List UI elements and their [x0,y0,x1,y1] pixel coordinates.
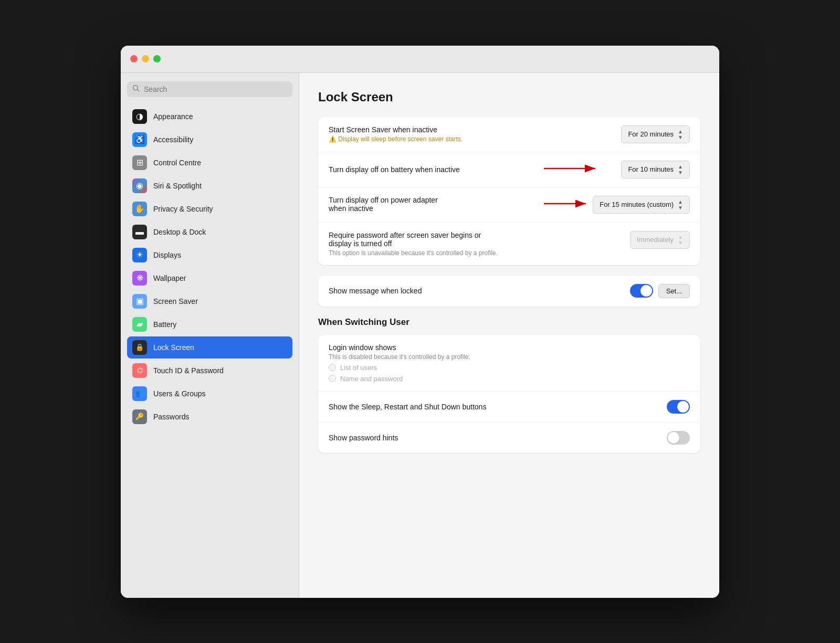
wallpaper-icon: ❋ [132,271,147,286]
password-hints-toggle[interactable] [667,431,690,445]
main-content: Lock Screen Start Screen Saver when inac… [299,73,719,598]
sidebar-item-screensaver[interactable]: ▣ Screen Saver [127,290,292,312]
screen-saver-value: For 20 minutes [628,130,674,138]
sidebar-item-desktop[interactable]: ▬ Desktop & Dock [127,221,292,243]
radio-label-list: List of users [340,364,377,372]
radio-list-of-users[interactable]: List of users [329,364,690,372]
login-window-row: Login window shows This is disabled beca… [318,335,700,392]
adapter-label: Turn display off on power adapter when i… [329,196,593,213]
radio-circle [329,364,336,371]
screen-saver-row-left: Start Screen Saver when inactive ⚠️ Disp… [329,125,621,143]
sidebar-item-controlcentre[interactable]: ⊞ Control Centre [127,152,292,174]
sleep-restart-control [667,400,690,414]
screen-saver-row: Start Screen Saver when inactive ⚠️ Disp… [318,117,700,152]
sidebar: ◑ Appearance ♿ Accessibility ⊞ Control C… [121,73,299,598]
show-message-left: Show message when locked [329,287,630,295]
show-message-toggle[interactable] [630,284,653,298]
show-message-row: Show message when locked Set... [318,276,700,307]
require-password-sublabel: This option is unavailable because it's … [329,249,630,257]
titlebar [121,46,719,73]
when-switching-section-title: When Switching User [318,317,700,328]
password-hints-toggle-knob [668,432,679,444]
battery-display-control: For 10 minutes ▲▼ [621,161,690,178]
set-button[interactable]: Set... [658,284,690,298]
require-password-stepper: Immediately ▲▼ [630,231,690,249]
battery-display-label: Turn display off on battery when inactiv… [329,165,621,174]
require-password-value: Immediately [637,236,674,244]
screen-saver-group: Start Screen Saver when inactive ⚠️ Disp… [318,117,700,265]
stepper-arrows-battery: ▲▼ [678,164,683,175]
sidebar-item-privacy[interactable]: ✋ Privacy & Security [127,198,292,220]
content-area: ◑ Appearance ♿ Accessibility ⊞ Control C… [121,73,719,598]
page-title: Lock Screen [318,90,700,104]
radio-label-name: Name and password [340,375,403,383]
sleep-restart-toggle[interactable] [667,400,690,414]
sleep-restart-toggle-knob [677,401,689,413]
minimize-button[interactable] [142,55,149,62]
sidebar-item-label: Passwords [153,413,189,421]
battery-display-value: For 10 minutes [628,165,674,173]
privacy-icon: ✋ [132,202,147,216]
sidebar-item-users[interactable]: 👥 Users & Groups [127,383,292,405]
sleep-restart-left: Show the Sleep, Restart and Shut Down bu… [329,403,667,411]
screen-saver-control: For 20 minutes ▲▼ [621,125,690,143]
show-message-control: Set... [630,284,690,298]
close-button[interactable] [130,55,138,62]
password-hints-label: Show password hints [329,434,667,442]
sidebar-item-label: Users & Groups [153,389,206,398]
login-window-left: Login window shows This is disabled beca… [329,343,690,383]
sidebar-item-label: Displays [153,251,181,259]
screen-saver-warning-text: Display will sleep before screen saver s… [338,135,463,143]
adapter-row-left: Turn display off on power adapter when i… [329,196,593,213]
radio-name-password[interactable]: Name and password [329,375,690,383]
sidebar-item-label: Privacy & Security [153,205,213,213]
appearance-icon: ◑ [132,109,147,124]
displays-icon: ☀ [132,248,147,262]
show-message-label: Show message when locked [329,287,630,295]
passwords-icon: 🔑 [132,409,147,424]
sidebar-item-label: Lock Screen [153,343,194,352]
battery-display-row: Turn display off on battery when inactiv… [318,152,700,187]
screen-saver-stepper[interactable]: For 20 minutes ▲▼ [621,125,690,143]
adapter-row: Turn display off on power adapter when i… [318,187,700,223]
password-hints-control [667,431,690,445]
sidebar-item-label: Wallpaper [153,274,186,282]
sidebar-item-appearance[interactable]: ◑ Appearance [127,106,292,128]
sidebar-item-label: Accessibility [153,135,193,144]
stepper-arrows-password: ▲▼ [678,234,683,246]
sidebar-item-accessibility[interactable]: ♿ Accessibility [127,129,292,151]
screen-saver-label: Start Screen Saver when inactive [329,125,621,134]
require-password-control: Immediately ▲▼ [630,231,690,249]
adapter-control: For 15 minutes (custom) ▲▼ [593,196,690,214]
battery-display-stepper[interactable]: For 10 minutes ▲▼ [621,161,690,178]
main-window: ◑ Appearance ♿ Accessibility ⊞ Control C… [121,46,719,598]
maximize-button[interactable] [153,55,161,62]
sidebar-item-passwords[interactable]: 🔑 Passwords [127,406,292,428]
when-switching-group: Login window shows This is disabled beca… [318,335,700,453]
sidebar-item-siri[interactable]: ◉ Siri & Spotlight [127,175,292,197]
search-input[interactable] [144,85,287,93]
sidebar-item-touchid[interactable]: ⌬ Touch ID & Password [127,360,292,382]
sidebar-item-wallpaper[interactable]: ❋ Wallpaper [127,267,292,289]
sidebar-item-displays[interactable]: ☀ Displays [127,244,292,266]
sidebar-item-label: Touch ID & Password [153,366,224,375]
radio-group: List of users Name and password [329,364,690,383]
show-message-group: Show message when locked Set... [318,276,700,307]
sidebar-item-lockscreen[interactable]: 🔒 Lock Screen [127,336,292,359]
svg-line-1 [138,89,140,91]
require-password-left: Require password after screen saver begi… [329,231,630,257]
lockscreen-icon: 🔒 [132,340,147,355]
password-hints-row: Show password hints [318,423,700,453]
search-box[interactable] [127,81,292,97]
sidebar-item-label: Appearance [153,112,193,121]
touchid-icon: ⌬ [132,363,147,378]
controlcentre-icon: ⊞ [132,155,147,170]
adapter-value: For 15 minutes (custom) [600,201,674,208]
sidebar-item-battery[interactable]: ▰ Battery [127,313,292,335]
login-window-label: Login window shows [329,343,690,352]
password-hints-left: Show password hints [329,434,667,442]
sidebar-item-label: Battery [153,320,176,329]
adapter-stepper[interactable]: For 15 minutes (custom) ▲▼ [593,196,690,214]
sidebar-item-label: Screen Saver [153,297,198,305]
sleep-restart-row: Show the Sleep, Restart and Shut Down bu… [318,392,700,423]
